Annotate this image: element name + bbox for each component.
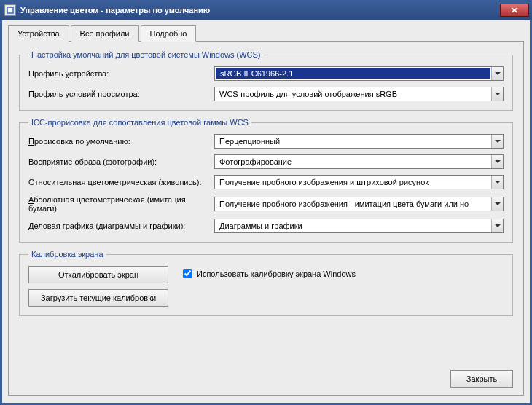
business-combo[interactable]: Диаграммы и графики bbox=[214, 219, 504, 233]
tab-advanced[interactable]: Подробно bbox=[141, 25, 197, 42]
chevron-down-icon bbox=[491, 67, 503, 80]
calibration-legend: Калибровка экрана bbox=[28, 250, 106, 259]
calibration-body: Откалибровать экран Загрузить текущие ка… bbox=[28, 266, 504, 307]
perceptual-combo[interactable]: Фотографирование bbox=[214, 154, 504, 169]
wcs-defaults-legend: Настройка умолчаний для цветовой системы… bbox=[28, 50, 264, 59]
window-close-button[interactable] bbox=[500, 4, 529, 17]
perceptual-row: Восприятие образа (фотографии): Фотограф… bbox=[28, 154, 504, 169]
app-icon bbox=[4, 4, 16, 16]
device-profile-label: Профиль устройства: bbox=[28, 69, 214, 78]
absolute-value: Получение пробного изображения - имитаци… bbox=[215, 200, 491, 208]
device-profile-value: sRGB IEC61966-2.1 bbox=[216, 68, 490, 79]
calibration-group: Калибровка экрана Откалибровать экран За… bbox=[19, 250, 513, 316]
icc-rendering-group: ICC-прорисовка для сопоставления цветово… bbox=[19, 118, 513, 243]
titlebar: Управление цветом - параметры по умолчан… bbox=[0, 0, 532, 20]
tabstrip: Устройства Все профили Подробно bbox=[8, 25, 524, 41]
svg-rect-1 bbox=[8, 8, 12, 12]
business-row: Деловая графика (диаграммы и графики): Д… bbox=[28, 219, 504, 233]
use-calibration-checkbox[interactable] bbox=[183, 269, 192, 278]
relative-row: Относительная цветометрическая (живопись… bbox=[28, 175, 504, 189]
use-calibration-checkbox-row[interactable]: Использовать калибровку экрана Windows bbox=[183, 269, 356, 278]
default-rendering-combo[interactable]: Перцепционный bbox=[214, 134, 504, 149]
business-label: Деловая графика (диаграммы и графики): bbox=[28, 221, 214, 230]
dialog-footer: Закрыть bbox=[19, 364, 513, 388]
perceptual-label: Восприятие образа (фотографии): bbox=[28, 157, 214, 166]
spacer bbox=[19, 323, 513, 357]
chevron-down-icon bbox=[491, 87, 503, 101]
absolute-row: Абсолютная цветометрическая (имитация бу… bbox=[28, 195, 504, 213]
device-profile-row: Профиль устройства: sRGB IEC61966-2.1 bbox=[28, 66, 504, 81]
default-rendering-label: Прорисовка по умолчанию: bbox=[28, 137, 214, 146]
use-calibration-label: Использовать калибровку экрана Windows bbox=[197, 270, 356, 278]
icc-rendering-legend: ICC-прорисовка для сопоставления цветово… bbox=[28, 118, 251, 127]
chevron-down-icon bbox=[491, 197, 503, 211]
perceptual-value: Фотографирование bbox=[215, 157, 491, 166]
close-button[interactable]: Закрыть bbox=[450, 370, 513, 388]
default-rendering-row: Прорисовка по умолчанию: Перцепционный bbox=[28, 134, 504, 149]
wcs-defaults-group: Настройка умолчаний для цветовой системы… bbox=[19, 50, 513, 111]
chevron-down-icon bbox=[491, 155, 503, 168]
tab-devices[interactable]: Устройства bbox=[8, 25, 69, 42]
window-title: Управление цветом - параметры по умолчан… bbox=[20, 6, 500, 15]
relative-value: Получение пробного изображения и штрихов… bbox=[215, 178, 491, 186]
absolute-label: Абсолютная цветометрическая (имитация бу… bbox=[28, 195, 214, 213]
color-management-window: Управление цветом - параметры по умолчан… bbox=[0, 0, 532, 405]
close-icon bbox=[511, 7, 518, 13]
relative-combo[interactable]: Получение пробного изображения и штрихов… bbox=[214, 175, 504, 189]
relative-label: Относительная цветометрическая (живопись… bbox=[28, 178, 214, 186]
default-rendering-value: Перцепционный bbox=[215, 137, 491, 146]
viewing-profile-row: Профиль условий просмотра: WCS-профиль д… bbox=[28, 87, 504, 101]
tab-all-profiles[interactable]: Все профили bbox=[71, 25, 139, 42]
tab-advanced-content: Настройка умолчаний для цветовой системы… bbox=[8, 41, 524, 396]
client-area: Устройства Все профили Подробно Настройк… bbox=[0, 20, 532, 405]
calibration-buttons: Откалибровать экран Загрузить текущие ка… bbox=[28, 266, 168, 307]
viewing-profile-label: Профиль условий просмотра: bbox=[28, 90, 214, 98]
absolute-combo[interactable]: Получение пробного изображения - имитаци… bbox=[214, 197, 504, 211]
chevron-down-icon bbox=[491, 219, 503, 232]
device-profile-combo[interactable]: sRGB IEC61966-2.1 bbox=[214, 66, 504, 81]
chevron-down-icon bbox=[491, 135, 503, 148]
viewing-profile-value: WCS-профиль для условий отображения sRGB bbox=[215, 90, 491, 98]
calibrate-screen-button[interactable]: Откалибровать экран bbox=[28, 266, 168, 283]
business-value: Диаграммы и графики bbox=[215, 221, 491, 230]
load-calibrations-button[interactable]: Загрузить текущие калибровки bbox=[28, 289, 168, 307]
viewing-profile-combo[interactable]: WCS-профиль для условий отображения sRGB bbox=[214, 87, 504, 101]
chevron-down-icon bbox=[491, 176, 503, 189]
